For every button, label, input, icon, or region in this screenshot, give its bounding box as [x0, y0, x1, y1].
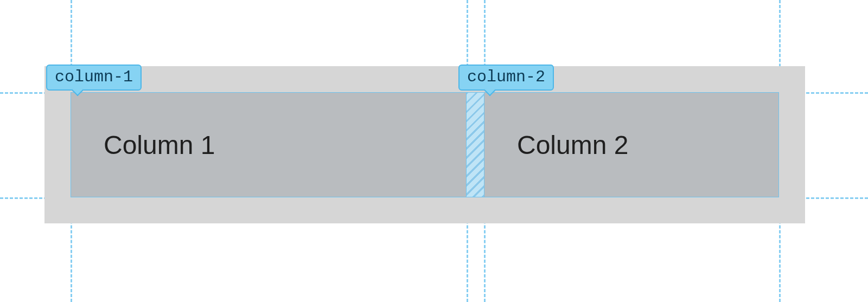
grid-gutter — [467, 92, 484, 197]
grid-container: column-1 Column 1 column-2 Column 2 — [44, 66, 805, 223]
column-2-text: Column 2 — [517, 130, 628, 160]
column-1-text: Column 1 — [104, 130, 215, 160]
column-1: column-1 Column 1 — [71, 92, 467, 197]
column-2-tag-label: column-2 — [467, 68, 545, 86]
column-1-tag: column-1 — [46, 65, 142, 91]
column-2: column-2 Column 2 — [484, 92, 779, 197]
column-1-tag-label: column-1 — [55, 68, 133, 86]
column-2-tag: column-2 — [458, 65, 554, 91]
